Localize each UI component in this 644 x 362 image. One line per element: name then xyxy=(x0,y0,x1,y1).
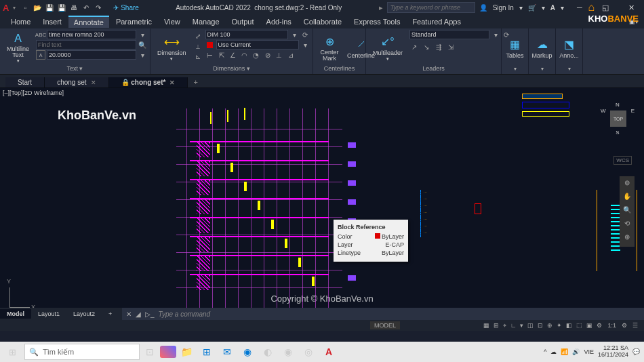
add-layout-button[interactable]: + xyxy=(102,309,119,319)
new-tab-button[interactable]: + xyxy=(188,77,203,87)
dim-sub2-icon[interactable]: ⟂ xyxy=(193,41,203,51)
pan-icon[interactable]: ✋ xyxy=(622,193,632,203)
find-text-input[interactable] xyxy=(36,40,136,49)
layout-tab[interactable]: Model xyxy=(0,309,31,319)
save-icon[interactable]: 💾 xyxy=(44,2,55,13)
language-indicator[interactable]: VIE xyxy=(584,348,594,355)
onedrive-icon[interactable]: ☁ xyxy=(550,348,557,355)
chrome-icon[interactable]: ◉ xyxy=(278,342,298,362)
explorer-icon[interactable]: 📁 xyxy=(176,342,197,362)
status-toggle[interactable]: ▣ xyxy=(584,322,595,329)
clock-date[interactable]: 16/11/2024 xyxy=(598,352,628,359)
autocad-icon[interactable]: A xyxy=(319,342,339,362)
menu-view[interactable]: View xyxy=(159,16,186,27)
multiline-text-button[interactable]: A Multiline Text ▾ xyxy=(3,30,33,65)
dim-layer-select[interactable] xyxy=(216,40,299,49)
menu-express-tools[interactable]: Express Tools xyxy=(348,16,405,27)
layout-tab[interactable]: Layout2 xyxy=(66,309,102,319)
ordinate-icon[interactable]: ⊥ xyxy=(275,50,284,60)
viewport-label[interactable]: [–][Top][2D Wireframe] xyxy=(3,89,64,96)
align-leader-icon[interactable]: ⇶ xyxy=(434,42,443,52)
panel-label-leaders[interactable]: Leaders xyxy=(369,65,498,73)
dim-sub3-icon[interactable]: ⊾ xyxy=(193,52,203,61)
status-toggle[interactable]: ✦ xyxy=(555,322,564,329)
panel-label-text[interactable]: Text ▾ xyxy=(3,65,147,73)
text-height-input[interactable] xyxy=(47,50,136,60)
menu-parametric[interactable]: Parametric xyxy=(110,16,157,27)
menu-annotate[interactable]: Annotate xyxy=(68,16,109,28)
status-toggle[interactable]: ▦ xyxy=(481,322,491,329)
command-line[interactable]: ✕ ◢ ▷_ Type a command xyxy=(122,308,644,320)
help-icon[interactable]: A xyxy=(550,4,555,12)
start-button[interactable]: ⊞ xyxy=(0,342,24,362)
aligned-icon[interactable]: ⇱ xyxy=(217,50,226,60)
diameter-icon[interactable]: ⊘ xyxy=(263,50,273,60)
dim-sub1-icon[interactable]: ⤢ xyxy=(193,31,203,41)
taskbar-search[interactable]: 🔍 Tìm kiếm xyxy=(24,344,140,360)
status-toggle[interactable]: ◫ xyxy=(525,322,536,329)
menu-insert[interactable]: Insert xyxy=(37,16,67,27)
taskview-icon[interactable]: ⊡ xyxy=(140,342,160,362)
search-icon[interactable]: 🔍 xyxy=(138,40,147,49)
autodesk-icon[interactable]: 🛒 xyxy=(528,4,536,12)
user-icon[interactable]: 👤 xyxy=(479,4,487,12)
close-cmd-icon[interactable]: ✕ xyxy=(126,310,132,318)
share-button[interactable]: ✈ Share xyxy=(113,4,138,12)
edge-icon[interactable]: ◉ xyxy=(237,342,258,362)
menu-manage[interactable]: Manage xyxy=(187,16,225,27)
centermark-button[interactable]: ⊕Center Mark xyxy=(316,30,343,65)
undo-icon[interactable]: ↶ xyxy=(81,2,92,13)
arc-icon[interactable]: ◠ xyxy=(240,50,249,60)
ucs-icon[interactable]: Y X xyxy=(9,281,37,308)
close-tab-icon[interactable]: ✕ xyxy=(169,79,175,86)
side-detail-1[interactable]: ····················· xyxy=(420,190,488,271)
collect-leader-icon[interactable]: ⇲ xyxy=(446,42,456,52)
file-tab[interactable]: Start xyxy=(5,77,45,87)
volume-icon[interactable]: 🔊 xyxy=(572,348,580,355)
tables-button[interactable]: ▦Tables xyxy=(504,30,525,65)
status-toggle[interactable]: ⊡ xyxy=(536,322,545,329)
drawing-content[interactable] xyxy=(176,108,342,308)
dim-update-icon[interactable]: ⟳ xyxy=(300,30,310,39)
file-tab[interactable]: chong set✕ xyxy=(45,77,108,87)
panel-label-dimensions[interactable]: Dimensions ▾ xyxy=(153,65,310,73)
saveas-icon[interactable]: 💾 xyxy=(56,2,67,13)
anno-button[interactable]: ⬔Anno... xyxy=(559,30,580,65)
status-toggle[interactable]: ∟ xyxy=(508,322,519,329)
status-toggle[interactable]: ⬚ xyxy=(574,322,584,329)
notifications-icon[interactable]: 💬 xyxy=(632,348,640,355)
status-toggle[interactable]: ◧ xyxy=(564,322,574,329)
zoom-icon[interactable]: 🔍 xyxy=(622,206,632,217)
minimize-button[interactable]: ─ xyxy=(569,3,590,12)
new-icon[interactable]: ▫ xyxy=(20,2,31,13)
menu-featured-apps[interactable]: Featured Apps xyxy=(407,16,466,27)
cmd-options-icon[interactable]: ◢ xyxy=(136,310,141,318)
help-search-input[interactable] xyxy=(387,2,475,13)
radius-icon[interactable]: ◔ xyxy=(251,50,261,60)
status-toggle[interactable]: ⊕ xyxy=(545,322,555,329)
open-icon[interactable]: 📂 xyxy=(32,2,43,13)
widget-icon[interactable] xyxy=(160,346,176,358)
store-icon[interactable]: ⊞ xyxy=(197,342,217,362)
app1-icon[interactable]: ◐ xyxy=(258,342,278,362)
steering-icon[interactable]: ⊕ xyxy=(622,233,632,244)
angular-icon[interactable]: ∠ xyxy=(228,50,238,60)
menu-home[interactable]: Home xyxy=(5,16,36,27)
redo-icon[interactable]: ↷ xyxy=(93,2,104,13)
layout-tab[interactable]: Layout1 xyxy=(31,309,66,319)
linear-icon[interactable]: ⊢ xyxy=(205,50,215,60)
leader-style-select[interactable] xyxy=(409,30,489,39)
wifi-icon[interactable]: 📶 xyxy=(561,348,568,355)
add-leader-icon[interactable]: ↗ xyxy=(409,42,419,52)
anno-scale-status[interactable]: 1:1 xyxy=(605,322,618,329)
side-detail-2[interactable] xyxy=(522,94,576,121)
jogged-icon[interactable]: ⊿ xyxy=(286,50,296,60)
markup-button[interactable]: ☁Markup xyxy=(531,30,552,65)
tray-chevron-icon[interactable]: ^ xyxy=(544,348,546,355)
app2-icon[interactable]: ◎ xyxy=(298,342,319,362)
abc-icon[interactable]: ABC xyxy=(36,30,45,39)
status-toggle[interactable]: ⊞ xyxy=(491,322,501,329)
status-toggle[interactable]: ⚙ xyxy=(595,322,604,329)
status-toggle[interactable]: ⌖ xyxy=(501,322,508,329)
viewcube[interactable]: N WTOPE S xyxy=(601,102,635,142)
